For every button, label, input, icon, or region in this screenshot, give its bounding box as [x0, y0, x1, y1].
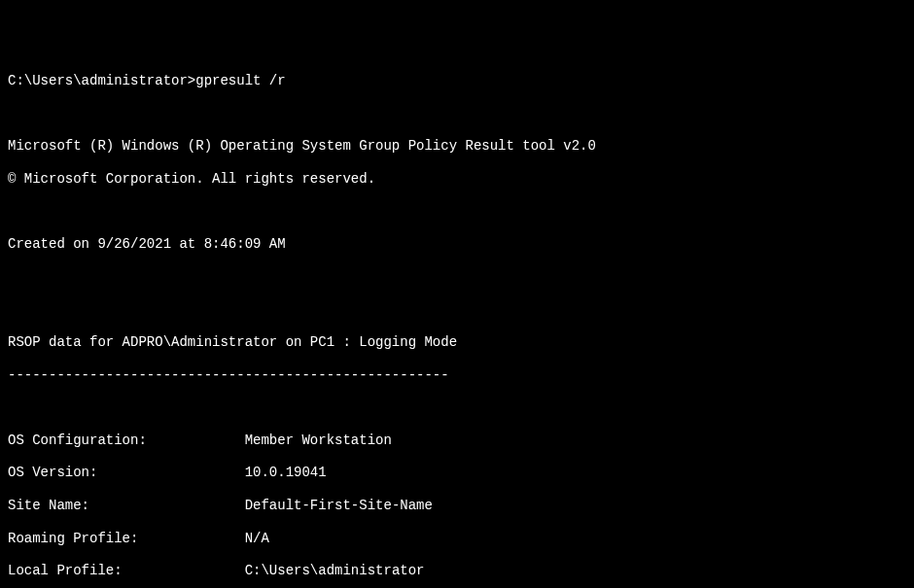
os-config: OS Configuration: Member Workstation: [8, 432, 906, 449]
rsop-divider: ----------------------------------------…: [8, 367, 906, 384]
header-line2: © Microsoft Corporation. All rights rese…: [8, 171, 906, 188]
blank-line: [8, 269, 906, 286]
site-name: Site Name: Default-First-Site-Name: [8, 498, 906, 514]
blank-line: [8, 399, 906, 416]
header-line1: Microsoft (R) Windows (R) Operating Syst…: [8, 138, 906, 155]
os-version: OS Version: 10.0.19041: [8, 465, 906, 481]
command: gpresult /r: [195, 73, 285, 88]
created-on: Created on ‎9/‎26/‎2021 at 8:46:09 AM: [8, 236, 906, 253]
local-profile: Local Profile: C:\Users\administrator: [8, 563, 906, 579]
prompt: C:\Users\administrator>: [8, 73, 195, 88]
blank-line: [8, 204, 906, 221]
blank-line: [8, 106, 906, 122]
rsop-header: RSOP data for ADPRO\Administrator on PC1…: [8, 334, 906, 351]
blank-line: [8, 301, 906, 318]
roaming-profile: Roaming Profile: N/A: [8, 531, 906, 547]
command-prompt-line: C:\Users\administrator>gpresult /r: [8, 73, 906, 89]
